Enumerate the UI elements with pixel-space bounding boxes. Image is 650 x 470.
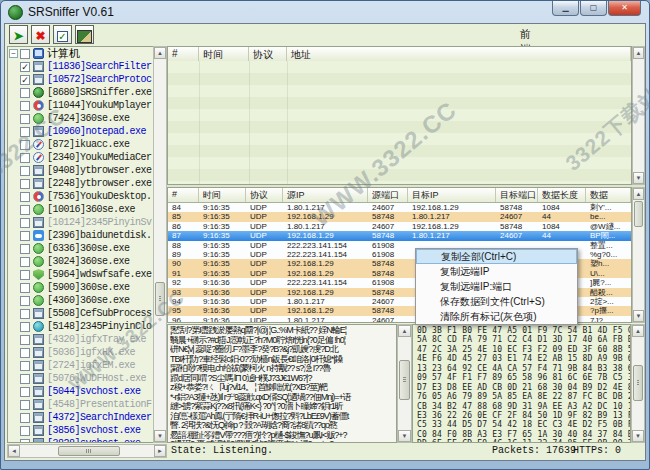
- scroll-right-icon[interactable]: ►: [154, 445, 166, 457]
- process-checkbox[interactable]: [20, 270, 30, 280]
- process-checkbox[interactable]: [20, 218, 30, 228]
- image-button[interactable]: [75, 25, 94, 44]
- process-item[interactable]: [4372]SearchIndexer: [8, 411, 166, 424]
- process-item[interactable]: [5044]svchost.exe: [8, 385, 166, 398]
- process-item[interactable]: [2340]YoukuMediaCer: [8, 151, 166, 164]
- process-item[interactable]: [5076]WUDFHost.exe: [8, 372, 166, 385]
- process-item[interactable]: [9408]ytbrowser.exe: [8, 164, 166, 177]
- column-header[interactable]: 源IP: [283, 188, 368, 202]
- process-item[interactable]: [7536]YoukuDesktop.: [8, 190, 166, 203]
- process-checkbox[interactable]: [20, 179, 30, 189]
- column-header[interactable]: 数据长度: [538, 188, 586, 202]
- process-item[interactable]: [11044]YoukuMplayer: [8, 99, 166, 112]
- packet-row[interactable]: 869:16:35UDP1.80.1.21724607192.168.1.295…: [168, 222, 631, 231]
- tree-vertical-scrollbar[interactable]: ▲ ▼: [153, 46, 167, 443]
- capture-table-scrollbar[interactable]: ▲ ▼: [632, 46, 645, 185]
- process-item[interactable]: [2396]baidunetdisk.: [8, 229, 166, 242]
- capture-table-body[interactable]: [168, 61, 631, 184]
- process-checkbox[interactable]: [20, 413, 30, 423]
- scroll-down-icon[interactable]: ▼: [633, 310, 644, 322]
- process-item[interactable]: [4320]igfxTray.exe: [8, 333, 166, 346]
- process-item[interactable]: [10016]360se.exe: [8, 203, 166, 216]
- process-item[interactable]: [3024]360se.exe: [8, 255, 166, 268]
- close-button[interactable]: ✕: [608, 1, 641, 16]
- column-header[interactable]: 数据: [586, 188, 631, 202]
- context-menu-item[interactable]: 清除所有标记(灰色项): [416, 309, 577, 324]
- stop-capture-button[interactable]: ✖: [31, 25, 50, 44]
- process-checkbox[interactable]: [20, 140, 30, 150]
- packet-row[interactable]: 849:16:35UDP1.80.1.21724607192.168.1.295…: [168, 203, 631, 212]
- collapse-icon[interactable]: −: [9, 49, 18, 58]
- process-checkbox[interactable]: [20, 374, 30, 384]
- process-item[interactable]: [7424]360se.exe: [8, 112, 166, 125]
- scroll-down-icon[interactable]: ▼: [632, 430, 644, 442]
- process-checkbox[interactable]: [20, 257, 30, 267]
- scroll-thumb[interactable]: [58, 446, 120, 456]
- process-checkbox[interactable]: [20, 153, 30, 163]
- start-capture-button[interactable]: ➤: [9, 25, 28, 44]
- scroll-down-icon[interactable]: ▼: [398, 430, 411, 442]
- column-header[interactable]: 目标IP: [408, 188, 496, 202]
- column-header[interactable]: #: [168, 47, 199, 61]
- tree-horizontal-scrollbar[interactable]: ◄ ►: [7, 444, 167, 458]
- scroll-up-icon[interactable]: ▲: [632, 325, 644, 337]
- process-item[interactable]: [4360]360se.exe: [8, 294, 166, 307]
- process-checkbox[interactable]: [20, 335, 30, 345]
- payload-preview[interactable]: ¦慭刮?罤I盡跩淤屡熱q羀?|@j ¦G.:%M卡紙?? 婬N輪E¦翳晨+礴示?…: [167, 324, 397, 443]
- process-item[interactable]: [6336]360se.exe: [8, 242, 166, 255]
- column-header[interactable]: 地址: [287, 47, 631, 61]
- context-menu-item[interactable]: 复制远端IP:端口: [416, 279, 577, 294]
- process-item[interactable]: ✓[10572]SearchProtoc: [8, 73, 166, 86]
- process-checkbox[interactable]: [20, 387, 30, 397]
- process-checkbox[interactable]: [20, 244, 30, 254]
- process-checkbox[interactable]: [20, 205, 30, 215]
- process-checkbox[interactable]: ✓: [20, 75, 30, 85]
- process-checkbox[interactable]: [20, 192, 30, 202]
- process-item[interactable]: [4548]PresentationF: [8, 398, 166, 411]
- scroll-thumb[interactable]: [155, 282, 165, 316]
- process-item[interactable]: [2724]igfxEM.exe: [8, 359, 166, 372]
- process-checkbox[interactable]: [20, 296, 30, 306]
- packet-row[interactable]: 879:16:35UDP192.168.1.29587481.80.1.2172…: [168, 231, 631, 240]
- tree-root-computer[interactable]: − 计算机: [8, 47, 166, 60]
- process-checkbox[interactable]: [20, 127, 30, 137]
- process-item[interactable]: [5964]wdswfsafe.exe: [8, 268, 166, 281]
- process-checkbox[interactable]: [20, 361, 30, 371]
- process-checkbox[interactable]: ✓: [20, 62, 30, 72]
- context-menu-item[interactable]: 复制远端IP: [416, 264, 577, 279]
- context-menu-item[interactable]: 复制全部(Ctrl+C): [416, 249, 577, 264]
- process-checkbox[interactable]: [20, 283, 30, 293]
- minimize-button[interactable]: ▁: [552, 1, 579, 16]
- process-item[interactable]: [10124]2345PinyinSv: [8, 216, 166, 229]
- scroll-thumb[interactable]: [634, 201, 643, 227]
- process-checkbox[interactable]: [20, 166, 30, 176]
- scroll-up-icon[interactable]: ▲: [633, 188, 644, 200]
- column-header[interactable]: 目标端口: [496, 188, 538, 202]
- maximize-button[interactable]: ▢: [580, 1, 607, 16]
- process-item[interactable]: [5508]CefSubProcess: [8, 307, 166, 320]
- column-header[interactable]: 源端口: [368, 188, 408, 202]
- column-header[interactable]: #: [168, 188, 199, 202]
- column-header[interactable]: 时间: [199, 47, 249, 61]
- payload-scrollbar[interactable]: ▲ ▼: [397, 324, 412, 443]
- process-checkbox[interactable]: [20, 101, 30, 111]
- process-item[interactable]: [3856]svchost.exe: [8, 424, 166, 437]
- process-checkbox[interactable]: [20, 322, 30, 332]
- hex-dump[interactable]: 0D 3B F1 B0 FE 47 A5 01 F9 7C 54 B1 4D F…: [412, 324, 631, 443]
- context-menu-item[interactable]: 保存数据到文件(Ctrl+S): [416, 294, 577, 309]
- scroll-down-icon[interactable]: ▼: [633, 172, 644, 184]
- process-checkbox[interactable]: [20, 114, 30, 124]
- process-item[interactable]: [2248]ytbrowser.exe: [8, 177, 166, 190]
- process-item[interactable]: [5900]360se.exe: [8, 281, 166, 294]
- process-item[interactable]: [10960]notepad.exe: [8, 125, 166, 138]
- scroll-left-icon[interactable]: ◄: [8, 445, 20, 457]
- process-checkbox[interactable]: [20, 400, 30, 410]
- process-item[interactable]: ✓[11836]SearchFilter: [8, 60, 166, 73]
- column-header[interactable]: 协议: [249, 47, 287, 61]
- process-checkbox[interactable]: [20, 348, 30, 358]
- root-checkbox[interactable]: [20, 49, 30, 59]
- packet-row[interactable]: 859:16:35UDP192.168.1.29587481.80.1.2172…: [168, 212, 631, 221]
- process-checkbox[interactable]: [20, 88, 30, 98]
- process-item[interactable]: [5036]igfxHK.exe: [8, 346, 166, 359]
- scroll-thumb[interactable]: [633, 365, 643, 401]
